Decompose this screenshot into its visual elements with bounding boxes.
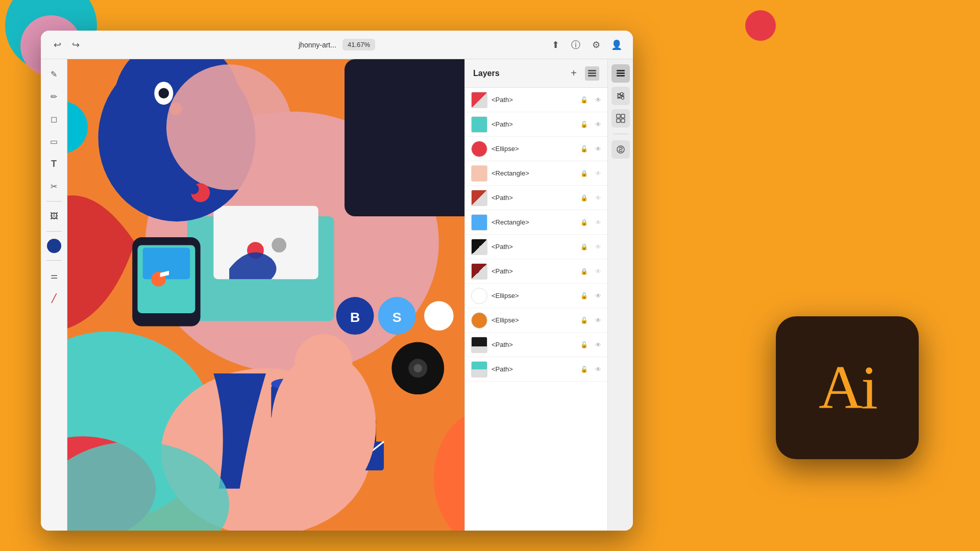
visibility-icon[interactable]: 👁 xyxy=(593,340,603,350)
top-bar-actions: ⬆ ⓘ ⚙ 👤 xyxy=(549,39,623,51)
layers-header: Layers + xyxy=(465,59,607,88)
pen-tool[interactable]: ✎ xyxy=(44,64,64,84)
lock-icon[interactable]: 🔓 xyxy=(579,364,589,374)
layer-name: <Path> xyxy=(492,243,575,251)
visibility-icon[interactable]: 👁 xyxy=(593,193,603,203)
layer-item[interactable]: <Ellipse> 🔓 👁 xyxy=(465,284,607,308)
visibility-icon[interactable]: 👁 xyxy=(593,168,603,179)
visibility-icon[interactable]: 👁 xyxy=(593,242,603,252)
add-layer-button[interactable]: + xyxy=(567,66,581,81)
layer-item[interactable]: <Rectangle> 🔒 👁 xyxy=(465,161,607,186)
lock-icon[interactable]: 🔒 xyxy=(579,168,589,179)
svg-text:B: B xyxy=(350,310,360,325)
rectangle-tool[interactable]: ▭ xyxy=(44,132,64,151)
svg-rect-40 xyxy=(588,72,596,74)
layer-name: <Ellipse> xyxy=(492,292,575,299)
layer-item[interactable]: <Path> 🔓 👁 xyxy=(465,88,607,112)
svg-point-26 xyxy=(414,364,422,372)
zoom-level[interactable]: 41.67% xyxy=(342,39,375,51)
toolbar-divider-2 xyxy=(46,231,62,232)
layer-thumbnail xyxy=(471,116,487,133)
layer-name: <Rectangle> xyxy=(492,218,575,226)
layers-icon[interactable] xyxy=(611,64,630,83)
undo-button[interactable]: ↩ xyxy=(51,39,63,51)
visibility-icon[interactable]: 👁 xyxy=(593,266,603,277)
layer-thumbnail xyxy=(471,165,487,182)
svg-rect-52 xyxy=(621,114,625,118)
svg-point-36 xyxy=(188,184,199,194)
layer-item[interactable]: <Path> 🔓 👁 xyxy=(465,357,607,382)
right-panel-divider xyxy=(613,134,628,134)
visibility-icon[interactable]: 👁 xyxy=(593,217,603,228)
properties-icon[interactable] xyxy=(611,87,630,105)
libraries-icon[interactable] xyxy=(611,109,630,128)
visibility-icon[interactable]: 👁 xyxy=(593,291,603,301)
color-swatch[interactable] xyxy=(47,239,61,253)
lock-icon[interactable]: 🔓 xyxy=(579,291,589,301)
layer-item[interactable]: <Path> 🔒 👁 xyxy=(465,235,607,259)
visibility-icon[interactable]: 👁 xyxy=(593,315,603,325)
layers-panel: Layers + xyxy=(464,59,607,531)
svg-point-38 xyxy=(295,334,352,392)
main-content: ✎ ✏ ◻ ▭ T ✂ 🖼 ⚌ ╱ xyxy=(41,59,633,531)
layer-name: <Path> xyxy=(492,267,575,275)
lock-icon[interactable]: 🔒 xyxy=(579,266,589,277)
lock-icon[interactable]: 🔓 xyxy=(579,119,589,130)
svg-rect-44 xyxy=(617,75,625,77)
lock-icon[interactable]: 🔓 xyxy=(579,95,589,105)
svg-point-9 xyxy=(159,88,169,98)
layer-item[interactable]: <Rectangle> 🔒 👁 xyxy=(465,210,607,235)
ai-logo: Ai xyxy=(776,316,919,459)
layer-name: <Ellipse> xyxy=(492,145,575,153)
deco-small-red xyxy=(745,10,776,41)
lock-icon[interactable]: 🔓 xyxy=(579,315,589,325)
left-toolbar: ✎ ✏ ◻ ▭ T ✂ 🖼 ⚌ ╱ xyxy=(41,59,67,531)
layers-title: Layers xyxy=(473,69,562,78)
layer-thumbnail xyxy=(471,141,487,157)
eraser-tool[interactable]: ◻ xyxy=(44,109,64,129)
layer-thumbnail xyxy=(471,361,487,378)
image-tool[interactable]: 🖼 xyxy=(44,207,64,226)
help-icon[interactable]: ⓘ xyxy=(570,39,582,51)
layer-thumbnail xyxy=(471,288,487,304)
cc-icon[interactable] xyxy=(611,140,630,159)
svg-point-50 xyxy=(621,97,624,99)
layer-thumbnail xyxy=(471,92,487,108)
layer-item[interactable]: <Path> 🔒 👁 xyxy=(465,186,607,210)
lock-icon[interactable]: 🔓 xyxy=(579,144,589,154)
layer-name: <Path> xyxy=(492,120,575,128)
layer-item[interactable]: <Path> 🔓 👁 xyxy=(465,112,607,137)
layer-item[interactable]: <Path> 🔓 👁 xyxy=(465,333,607,357)
lock-icon[interactable]: 🔒 xyxy=(579,193,589,203)
slice-tool[interactable]: ✂ xyxy=(44,177,64,196)
layer-thumbnail xyxy=(471,337,487,353)
layer-name: <Rectangle> xyxy=(492,169,575,177)
layer-item[interactable]: <Path> 🔒 👁 xyxy=(465,259,607,284)
settings-icon[interactable]: ⚙ xyxy=(590,39,602,51)
share-icon[interactable]: ⬆ xyxy=(549,39,561,51)
svg-rect-3 xyxy=(345,59,464,216)
layer-item[interactable]: <Ellipse> 🔓 👁 xyxy=(465,137,607,161)
pencil-tool[interactable]: ✏ xyxy=(44,87,64,106)
redo-button[interactable]: ↪ xyxy=(69,39,82,51)
lock-icon[interactable]: 🔓 xyxy=(579,340,589,350)
layer-name: <Path> xyxy=(492,194,575,202)
brush-tool[interactable]: ╱ xyxy=(44,288,64,308)
lock-icon[interactable]: 🔒 xyxy=(579,242,589,252)
adjust-tool[interactable]: ⚌ xyxy=(44,266,64,285)
layer-item[interactable]: <Ellipse> 🔓 👁 xyxy=(465,308,607,333)
ai-logo-text: Ai xyxy=(819,357,876,418)
layers-panel-icon[interactable] xyxy=(585,66,599,81)
svg-rect-43 xyxy=(617,72,625,74)
text-tool[interactable]: T xyxy=(44,154,64,173)
visibility-icon[interactable]: 👁 xyxy=(593,144,603,154)
visibility-icon[interactable]: 👁 xyxy=(593,119,603,130)
layer-name: <Path> xyxy=(492,96,575,104)
visibility-icon[interactable]: 👁 xyxy=(593,364,603,374)
person-icon[interactable]: 👤 xyxy=(610,39,623,51)
visibility-icon[interactable]: 👁 xyxy=(593,95,603,105)
lock-icon[interactable]: 🔒 xyxy=(579,217,589,228)
canvas-area[interactable]: B S xyxy=(67,59,464,531)
svg-point-48 xyxy=(620,93,623,95)
svg-rect-39 xyxy=(588,70,596,71)
